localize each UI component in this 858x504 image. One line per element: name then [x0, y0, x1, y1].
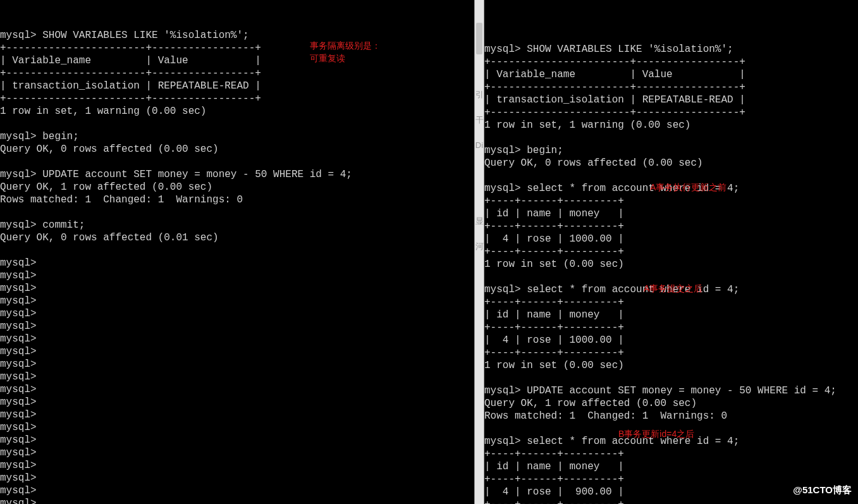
terminal-line: 1 row in set (0.00 sec): [484, 359, 858, 372]
terminal-line: [484, 132, 858, 144]
terminal-line: Rows matched: 1 Changed: 1 Warnings: 0: [484, 410, 858, 422]
terminal-line: mysql>: [0, 383, 474, 396]
terminal-line: | Variable_name | Value |: [484, 68, 858, 81]
terminal-output-left: mysql> SHOW VARIABLES LIKE '%isolation%'…: [0, 29, 474, 504]
terminal-line: +----+------+---------+: [484, 448, 858, 460]
gutter-glyphs: 引干Di显河: [475, 82, 484, 504]
terminal-line: mysql>: [0, 421, 474, 434]
terminal-line: +----+------+---------+: [484, 321, 858, 334]
terminal-line: [484, 372, 858, 384]
terminal-line: Query OK, 0 rows affected (0.00 sec): [0, 143, 474, 156]
terminal-line: mysql> SHOW VARIABLES LIKE '%isolation%'…: [484, 43, 858, 56]
terminal-line: mysql> SHOW VARIABLES LIKE '%isolation%'…: [0, 29, 474, 42]
terminal-line: +-----------------------+---------------…: [484, 106, 858, 119]
terminal-line: Rows matched: 1 Changed: 1 Warnings: 0: [0, 194, 474, 206]
terminal-line: | 4 | rose | 1000.00 |: [484, 233, 858, 245]
terminal-line: mysql>: [0, 269, 474, 282]
terminal-line: +----+------+---------+: [484, 498, 858, 504]
scrollbar-vertical[interactable]: 引干Di显河: [474, 0, 484, 504]
terminal-line: +-----------------------+---------------…: [484, 56, 858, 68]
terminal-line: mysql> UPDATE account SET money = money …: [484, 384, 858, 397]
terminal-line: mysql>: [0, 484, 474, 497]
terminal-line: mysql> begin;: [484, 144, 858, 157]
terminal-line: mysql>: [0, 434, 474, 446]
annotation-after-b-update: B事务更新id=4之后: [618, 427, 694, 440]
terminal-pane-left[interactable]: mysql> SHOW VARIABLES LIKE '%isolation%'…: [0, 0, 474, 504]
terminal-line: mysql>: [0, 396, 474, 409]
terminal-line: Query OK, 0 rows affected (0.00 sec): [484, 157, 858, 169]
terminal-line: 1 row in set, 1 warning (0.00 sec): [0, 105, 474, 118]
terminal-line: [0, 118, 474, 130]
terminal-line: | 4 | rose | 1000.00 |: [484, 334, 858, 347]
terminal-line: [0, 244, 474, 257]
terminal-line: | transaction_isolation | REPEATABLE-REA…: [0, 80, 474, 92]
terminal-line: mysql>: [0, 472, 474, 484]
terminal-line: mysql>: [0, 295, 474, 307]
terminal-line: +-----------------------+---------------…: [0, 42, 474, 54]
terminal-line: +----+------+---------+: [484, 220, 858, 233]
annotation-before-update: A事务执行更新之前: [650, 181, 726, 194]
terminal-line: +----+------+---------+: [484, 245, 858, 258]
terminal-line: | id | name | money |: [484, 207, 858, 220]
terminal-line: 1 row in set (0.00 sec): [484, 258, 858, 271]
scrollbar-thumb[interactable]: [476, 23, 482, 54]
terminal-line: mysql>: [0, 497, 474, 504]
terminal-line: mysql> commit;: [0, 219, 474, 231]
terminal-line: | id | name | money |: [484, 460, 858, 473]
terminal-line: | id | name | money |: [484, 309, 858, 321]
annotation-after-commit: A事务提交之后: [644, 282, 702, 295]
watermark: @51CTO博客: [793, 484, 852, 496]
terminal-line: mysql>: [0, 358, 474, 371]
terminal-line: mysql>: [0, 282, 474, 295]
terminal-line: mysql>: [0, 257, 474, 269]
terminal-line: mysql> begin;: [0, 130, 474, 143]
terminal-line: mysql>: [0, 333, 474, 345]
terminal-line: 1 row in set, 1 warning (0.00 sec): [484, 119, 858, 132]
terminal-line: +-----------------------+---------------…: [0, 67, 474, 80]
terminal-line: mysql>: [0, 371, 474, 383]
terminal-line: mysql>: [0, 345, 474, 358]
terminal-line: mysql>: [0, 459, 474, 472]
annotation-isolation-level: 事务隔离级别是： 可重复读: [310, 39, 381, 65]
terminal-line: +----+------+---------+: [484, 195, 858, 207]
terminal-line: [0, 156, 474, 168]
terminal-line: +----+------+---------+: [484, 296, 858, 309]
terminal-line: mysql>: [0, 307, 474, 320]
terminal-line: Query OK, 1 row affected (0.00 sec): [484, 397, 858, 410]
terminal-line: +----+------+---------+: [484, 473, 858, 486]
terminal-line: mysql>: [0, 320, 474, 333]
terminal-line: mysql>: [0, 446, 474, 459]
terminal-line: | transaction_isolation | REPEATABLE-REA…: [484, 94, 858, 106]
terminal-line: mysql>: [0, 409, 474, 421]
terminal-line: mysql> UPDATE account SET money = money …: [0, 168, 474, 181]
terminal-line: +-----------------------+---------------…: [484, 81, 858, 94]
terminal-line: +-----------------------+---------------…: [0, 92, 474, 105]
terminal-line: | Variable_name | Value |: [0, 54, 474, 67]
terminal-line: [484, 169, 858, 182]
terminal-line: Query OK, 0 rows affected (0.01 sec): [0, 231, 474, 244]
terminal-line: Query OK, 1 row affected (0.00 sec): [0, 181, 474, 194]
terminal-line: [0, 206, 474, 219]
terminal-line: +----+------+---------+: [484, 347, 858, 359]
terminal-line: [484, 271, 858, 283]
